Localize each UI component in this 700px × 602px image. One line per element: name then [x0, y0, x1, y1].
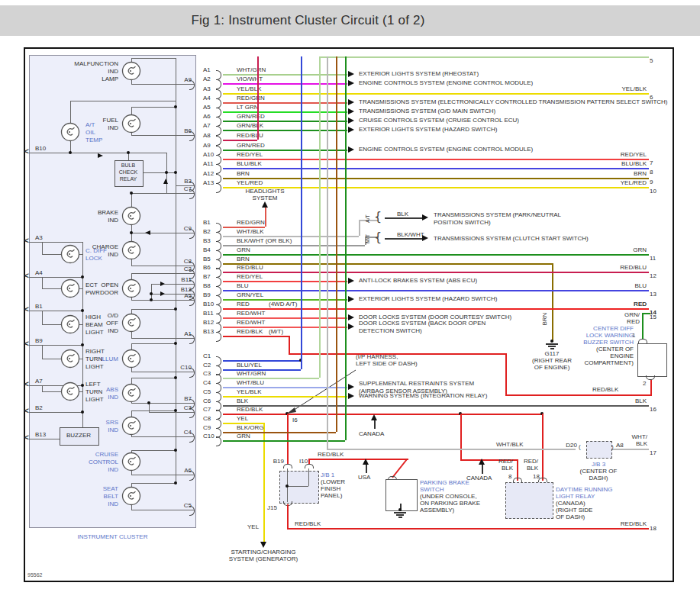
pin-label: C4 — [203, 379, 211, 386]
edge-number: 17 — [650, 449, 656, 456]
pin-label: B12 — [203, 319, 214, 326]
junction-block-3 — [586, 441, 612, 459]
cluster-pin-label: A5 — [161, 292, 192, 299]
wire-color-label: WHT/BLK — [496, 441, 524, 448]
cluster-wire — [42, 277, 43, 288]
edge-wire-color: BLU — [601, 282, 647, 289]
splice-id: I6 — [292, 417, 298, 423]
junction-dot — [174, 171, 177, 174]
arrow-left-icon: < — [24, 381, 29, 388]
c-diff-lock-label: C. DIFF — [85, 247, 107, 254]
wire — [359, 220, 360, 236]
pin-label: A13 — [203, 179, 214, 186]
wire-color-label: GRN — [237, 433, 250, 439]
transmission-type-label: M/T — [365, 231, 371, 243]
system-destination: ANTI-LOCK BRAKES SYSTEM (ABS ECU) — [359, 277, 477, 284]
figure-title-bar: Fig 1: Instrument Cluster Circuit (1 of … — [0, 5, 700, 36]
system-destination: STARTING/CHARGING — [225, 549, 302, 555]
wire — [287, 528, 649, 530]
open-door-bulb-icon — [121, 278, 142, 299]
cluster-wire — [131, 372, 195, 372]
wire-color-label: BLK/ORG — [237, 424, 264, 431]
wire-color-label: RED/BLU — [237, 132, 263, 139]
cruise-control-ind-bulb-icon — [121, 451, 142, 472]
wire — [366, 464, 367, 473]
jb3-label: J/B 3 — [576, 461, 621, 468]
junction-dot — [81, 343, 84, 346]
wire-color-label: YEL — [247, 523, 259, 530]
cdiff-switch-label: BUZZER SWITCH — [565, 339, 634, 346]
system-destination: ENGINE CONTROLS SYSTEM (ENGINE CONTROL M… — [359, 79, 533, 86]
ground-icon — [550, 348, 554, 349]
usa-region-label: USA — [358, 474, 370, 481]
arrow-right-icon — [348, 80, 354, 86]
edge-number: 10 — [650, 188, 656, 195]
wire-color-label: BLK — [397, 211, 408, 217]
edge-number: 5 — [650, 57, 653, 64]
arrow-right-icon — [348, 118, 354, 124]
at-oil-temp-label: A/T — [85, 121, 95, 128]
arrow-up-icon — [479, 459, 485, 465]
cdiff-switch-label: ENGINE — [565, 353, 634, 359]
cluster-wire — [142, 172, 176, 173]
wire-color-label: BLK/WHT — [397, 231, 424, 238]
cluster-wire — [287, 486, 308, 487]
cluster-wire — [131, 107, 176, 108]
drl-relay-label: (CANADA) — [556, 500, 585, 507]
edge-wire-color: RED/BLU — [601, 264, 647, 271]
edge-number: 13 — [650, 291, 656, 298]
wire-color-label: GRN/YEL — [237, 291, 263, 298]
cdiff-switch-label: CENTER DIFF — [565, 325, 634, 332]
ground-icon — [394, 512, 406, 513]
junction-dot — [285, 484, 289, 488]
drl-relay-label: DAYTIME RUNNING — [556, 486, 613, 493]
wire — [327, 449, 576, 450]
parking-brake-switch-label: (UNDER CONSOLE, — [420, 493, 477, 500]
wire — [611, 449, 649, 450]
wire — [287, 504, 289, 528]
wire-color-label: GRN/RED — [237, 142, 265, 149]
junction-dot — [550, 340, 553, 343]
malfunction-ind-lamp-label: LAMP — [57, 76, 118, 82]
system-destination: EXTERIOR LIGHTS SYSTEM (HAZARD SWITCH) — [359, 126, 497, 133]
edge-number: 11 — [650, 255, 656, 262]
cluster-wire — [29, 345, 82, 346]
wire-color-label: BLK — [517, 465, 538, 472]
arrow-left-icon: < — [24, 434, 29, 441]
wire-color-label: BLU/BLK — [237, 160, 262, 167]
arrow-down-icon — [260, 542, 266, 548]
wire — [257, 56, 259, 140]
wire-color-label: WHT/GRN — [237, 370, 266, 377]
cluster-pin-label: C2 — [161, 266, 192, 272]
wire — [223, 290, 649, 291]
cluster-wire — [131, 343, 176, 344]
left-turn-light-label: TURN — [85, 388, 102, 395]
cluster-pin-label: C5 — [161, 502, 192, 509]
instrument-cluster-caption: INSTRUMENT CLUSTER — [57, 533, 168, 540]
wire-color-label: RED/BLK — [237, 406, 263, 413]
pin-label: 18 — [533, 473, 540, 480]
arrow-right-icon — [348, 324, 354, 330]
wire — [385, 217, 422, 219]
arrow-left-icon: < — [24, 237, 29, 244]
cluster-wire — [42, 345, 43, 359]
junction-dot — [174, 105, 177, 108]
pin-label: C2 — [203, 362, 211, 369]
ground-icon — [548, 346, 556, 347]
arrow-right-icon — [348, 99, 354, 105]
cruise-control-ind-label: CRUISE — [57, 451, 118, 458]
cluster-pin-label: A3 — [35, 234, 43, 241]
charge-ind-bulb-icon — [121, 240, 142, 261]
wire — [223, 336, 289, 337]
wire — [223, 272, 649, 273]
system-destination: SUPPLEMENTAL RESTRAINTS SYSTEM — [359, 380, 474, 387]
figure-title: Fig 1: Instrument Cluster Circuit (1 of … — [192, 13, 425, 28]
srs-ind-label: SRS — [57, 419, 118, 426]
junction-dot — [147, 401, 150, 404]
edge-wire-color: YEL/RED — [601, 179, 647, 186]
parking-brake-switch — [385, 479, 418, 511]
brake-ind-label: BRAKE — [57, 209, 118, 216]
cluster-wire — [131, 309, 176, 310]
edge-number: 12 — [650, 272, 656, 279]
pin-label: B19 — [263, 458, 284, 465]
